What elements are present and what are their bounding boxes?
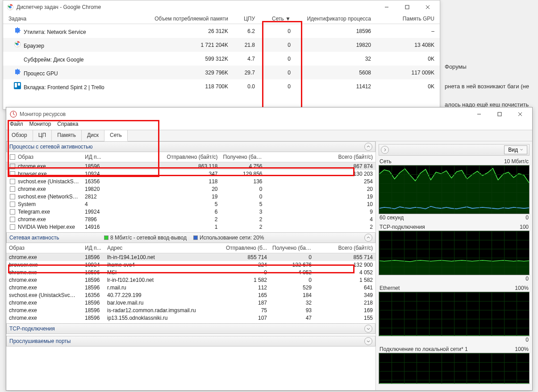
checkbox[interactable] (10, 164, 15, 169)
col-sent[interactable]: Отправлено (байт/с) (110, 153, 221, 161)
graph-network: Сеть10 Мбит/с 60 секунд0 (379, 158, 530, 221)
cell-address: 40.77.229.199 (104, 292, 212, 299)
cell-pid: 7896 (82, 216, 104, 223)
tm-row[interactable]: Субфрейм: Диск Google599 312K4.70320K (3, 52, 440, 66)
col-image[interactable]: Образ (18, 154, 33, 160)
chrome-task-manager-window: Диспетчер задач - Google Chrome Задача О… (3, 0, 440, 110)
checkbox[interactable] (10, 154, 15, 160)
cell-pid: 5608 (292, 70, 373, 76)
col-gpu-memory[interactable]: Память GPU (373, 16, 436, 22)
col-pid[interactable]: ИД п... (82, 153, 104, 161)
col-recv[interactable]: Получено (бай... (221, 153, 265, 161)
cell-image: svchost.exe (UnistackSvcGro... (18, 178, 82, 185)
tm-row[interactable]: Процесс GPU329 796K29.705608117 009K (3, 66, 440, 79)
checkbox[interactable] (10, 209, 15, 215)
col-task[interactable]: Задача (7, 16, 150, 22)
col-network[interactable]: Сеть ▼ (257, 16, 292, 22)
table-row[interactable]: NVIDIA Web Helper.exe14916122 (6, 223, 375, 231)
menu-file[interactable]: Файл (10, 121, 23, 129)
tab-network[interactable]: Сеть (104, 130, 128, 141)
col-cpu[interactable]: ЦПУ (230, 16, 257, 22)
cell-recv: 47 (270, 314, 314, 322)
col-total[interactable]: Всего (байт/с) (265, 153, 376, 161)
cell-network: 0 (257, 83, 292, 90)
section-activity-header[interactable]: Сетевая активность 8 Мбит/с - сетевой вв… (6, 232, 375, 243)
tm-row[interactable]: Вкладка: Frontend Spint 2 | Trello118 70… (3, 79, 440, 93)
table-row[interactable]: System45510 (6, 200, 375, 208)
table-row[interactable]: chrome.exe7896224 (6, 215, 375, 223)
col-memory[interactable]: Объем потребляемой памяти (150, 16, 230, 22)
tab-overview[interactable]: Обзор (6, 130, 33, 141)
collapse-right-icon[interactable] (381, 146, 389, 154)
task-name: Браузер (24, 43, 44, 49)
minimize-button[interactable] (376, 0, 397, 14)
col-recv[interactable]: Получено (бай... (270, 244, 314, 252)
tab-disk[interactable]: Диск (82, 130, 104, 141)
cell-image: chrome.exe (18, 186, 46, 192)
table-row[interactable]: svchost.exe (NetworkService...281219019 (6, 193, 375, 200)
menu-help[interactable]: Справка (57, 121, 78, 129)
table-row[interactable]: browser.exe10924ihome-svo4224132 676132 … (6, 261, 375, 268)
maximize-button[interactable] (397, 0, 417, 14)
section-listening-header[interactable]: Прослушиваемые порты (6, 336, 375, 347)
tab-cpu[interactable]: ЦП (33, 130, 52, 141)
table-row[interactable]: chrome.exe18596lh-in-f194.1e100.net855 7… (6, 253, 375, 261)
cell-total: 641 (314, 284, 375, 291)
cell-network: 0 (257, 42, 292, 48)
checkbox[interactable] (10, 171, 15, 177)
tm-row[interactable]: Браузер1 721 204K21.801982013 408K (3, 38, 440, 52)
puzzle-icon (14, 68, 21, 75)
table-row[interactable]: chrome.exe18596r.mail.ru112529641 (6, 284, 375, 291)
collapse-icon[interactable] (364, 234, 372, 242)
task-name: Вкладка: Frontend Spint 2 | Trello (24, 84, 104, 91)
checkbox[interactable] (10, 224, 15, 230)
expand-icon[interactable] (364, 337, 372, 345)
col-pid[interactable]: Идентификатор процесса (292, 16, 373, 22)
table-row[interactable]: chrome.exe18596ip13.155.odnoklassniki.ru… (6, 314, 375, 322)
cell-memory: 26 312K (150, 28, 230, 34)
close-button[interactable] (510, 107, 530, 121)
cell-image: chrome.exe (6, 307, 82, 314)
checkbox[interactable] (10, 194, 15, 199)
cell-pid: 18596 (82, 314, 104, 322)
table-row[interactable]: svchost.exe (UnistackSvcGro...1635611813… (6, 177, 375, 185)
table-row[interactable]: chrome.exe18596lr-in-f102.1e100.net1 582… (6, 276, 375, 284)
cell-sent: 20 (110, 186, 221, 193)
view-dropdown[interactable]: Вид (504, 145, 527, 154)
section-processes-header[interactable]: Процессы с сетевой активностью (6, 141, 375, 152)
table-row[interactable]: browser.exe10924347129 856130 203 (6, 170, 375, 177)
checkbox[interactable] (10, 186, 15, 192)
cell-address: lr-in-f102.1e100.net (104, 276, 212, 284)
table-row[interactable]: chrome.exe18596is-radar12.common.radar.i… (6, 306, 375, 314)
close-button[interactable] (417, 0, 438, 14)
section-tcp-header[interactable]: TCP-подключения (6, 323, 375, 334)
table-row[interactable]: chrome.exe18596bar.love.mail.ru18732218 (6, 299, 375, 306)
checkbox[interactable] (10, 217, 15, 222)
col-image[interactable]: Образ (6, 244, 82, 252)
col-total[interactable]: Всего (байт/с) (314, 244, 375, 252)
cell-recv: 0 (270, 276, 314, 284)
cell-sent: 187 (212, 299, 270, 306)
cell-recv: 4 052 (270, 269, 314, 276)
table-row[interactable]: chrome.exe18596863 1184 756867 874 (6, 162, 375, 170)
table-row[interactable]: chrome.exe18596MSI04 0524 052 (6, 268, 375, 276)
titlebar[interactable]: Диспетчер задач - Google Chrome (3, 0, 440, 14)
col-address[interactable]: Адрес (104, 244, 212, 252)
collapse-icon[interactable] (364, 143, 372, 151)
col-sent[interactable]: Отправлено (б... (212, 244, 270, 252)
table-row[interactable]: chrome.exe1982020020 (6, 185, 375, 193)
table-row[interactable]: svchost.exe (UnistackSvcGroup)1635640.77… (6, 291, 375, 299)
cell-sent: 224 (212, 261, 270, 268)
col-pid[interactable]: ИД п... (82, 244, 104, 252)
tm-row[interactable]: Утилита: Network Service26 312K6.2018596… (3, 24, 440, 38)
tab-memory[interactable]: Память (52, 130, 82, 141)
maximize-button[interactable] (489, 107, 510, 121)
cell-sent: 1 (110, 223, 221, 231)
menu-monitor[interactable]: Монитор (29, 121, 51, 129)
table-row[interactable]: Telegram.exe19924639 (6, 208, 375, 215)
minimize-button[interactable] (469, 107, 489, 121)
checkbox[interactable] (10, 202, 15, 207)
checkbox[interactable] (10, 179, 15, 184)
titlebar[interactable]: Монитор ресурсов (6, 107, 532, 121)
expand-icon[interactable] (364, 325, 372, 333)
